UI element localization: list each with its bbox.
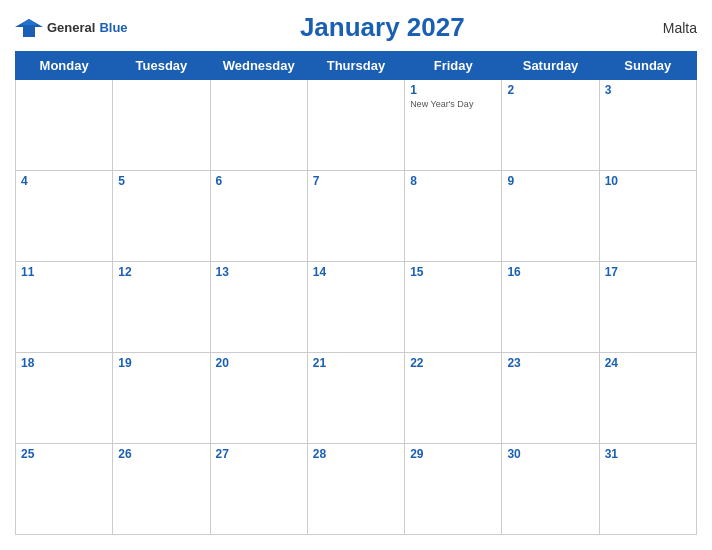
day-number: 26	[118, 447, 204, 461]
day-header-monday: Monday	[16, 52, 113, 80]
calendar-cell: 24	[599, 353, 696, 444]
day-number: 4	[21, 174, 107, 188]
calendar-cell: 25	[16, 444, 113, 535]
calendar-cell: 11	[16, 262, 113, 353]
day-number: 21	[313, 356, 399, 370]
day-number: 7	[313, 174, 399, 188]
day-number: 5	[118, 174, 204, 188]
day-number: 9	[507, 174, 593, 188]
day-number: 16	[507, 265, 593, 279]
calendar-cell	[210, 80, 307, 171]
day-number: 30	[507, 447, 593, 461]
day-number: 3	[605, 83, 691, 97]
calendar-cell: 28	[307, 444, 404, 535]
day-number: 1	[410, 83, 496, 97]
day-number: 18	[21, 356, 107, 370]
calendar-cell: 6	[210, 171, 307, 262]
logo: GeneralBlue	[15, 17, 128, 39]
calendar-cell	[16, 80, 113, 171]
calendar-cell: 10	[599, 171, 696, 262]
calendar-cell: 9	[502, 171, 599, 262]
calendar-cell: 17	[599, 262, 696, 353]
calendar-cell	[307, 80, 404, 171]
day-number: 27	[216, 447, 302, 461]
day-number: 20	[216, 356, 302, 370]
day-header-saturday: Saturday	[502, 52, 599, 80]
calendar-cell: 31	[599, 444, 696, 535]
day-number: 23	[507, 356, 593, 370]
calendar-cell: 18	[16, 353, 113, 444]
day-number: 10	[605, 174, 691, 188]
calendar-cell: 16	[502, 262, 599, 353]
calendar-cell: 22	[405, 353, 502, 444]
calendar-cell: 2	[502, 80, 599, 171]
calendar-cell: 21	[307, 353, 404, 444]
day-number: 28	[313, 447, 399, 461]
calendar-cell: 23	[502, 353, 599, 444]
calendar-cell: 30	[502, 444, 599, 535]
calendar-cell: 13	[210, 262, 307, 353]
calendar-cell: 15	[405, 262, 502, 353]
day-number: 14	[313, 265, 399, 279]
calendar-cell: 7	[307, 171, 404, 262]
day-header-friday: Friday	[405, 52, 502, 80]
logo-icon	[15, 17, 43, 39]
day-number: 8	[410, 174, 496, 188]
svg-marker-1	[21, 19, 37, 25]
holiday-label: New Year's Day	[410, 99, 496, 109]
day-number: 31	[605, 447, 691, 461]
calendar-title: January 2027	[128, 12, 637, 43]
day-number: 25	[21, 447, 107, 461]
page-header: GeneralBlue January 2027 Malta	[15, 10, 697, 45]
day-number: 17	[605, 265, 691, 279]
calendar-table: MondayTuesdayWednesdayThursdayFridaySatu…	[15, 51, 697, 535]
calendar-cell	[113, 80, 210, 171]
calendar-cell: 20	[210, 353, 307, 444]
day-number: 13	[216, 265, 302, 279]
day-header-thursday: Thursday	[307, 52, 404, 80]
day-number: 6	[216, 174, 302, 188]
week-row-3: 11121314151617	[16, 262, 697, 353]
week-row-5: 25262728293031	[16, 444, 697, 535]
week-row-2: 45678910	[16, 171, 697, 262]
day-headers-row: MondayTuesdayWednesdayThursdayFridaySatu…	[16, 52, 697, 80]
day-number: 12	[118, 265, 204, 279]
day-number: 24	[605, 356, 691, 370]
day-number: 15	[410, 265, 496, 279]
day-number: 19	[118, 356, 204, 370]
calendar-cell: 5	[113, 171, 210, 262]
day-number: 29	[410, 447, 496, 461]
calendar-cell: 12	[113, 262, 210, 353]
calendar-cell: 19	[113, 353, 210, 444]
logo-general-text: General	[47, 20, 95, 35]
day-header-wednesday: Wednesday	[210, 52, 307, 80]
day-number: 22	[410, 356, 496, 370]
calendar-cell: 26	[113, 444, 210, 535]
week-row-4: 18192021222324	[16, 353, 697, 444]
logo-blue-text: Blue	[99, 20, 127, 35]
calendar-cell: 8	[405, 171, 502, 262]
day-number: 11	[21, 265, 107, 279]
country-label: Malta	[637, 20, 697, 36]
calendar-cell: 27	[210, 444, 307, 535]
day-header-tuesday: Tuesday	[113, 52, 210, 80]
calendar-cell: 14	[307, 262, 404, 353]
calendar-cell: 4	[16, 171, 113, 262]
calendar-cell: 3	[599, 80, 696, 171]
day-number: 2	[507, 83, 593, 97]
day-header-sunday: Sunday	[599, 52, 696, 80]
week-row-1: 1New Year's Day23	[16, 80, 697, 171]
calendar-cell: 1New Year's Day	[405, 80, 502, 171]
calendar-cell: 29	[405, 444, 502, 535]
